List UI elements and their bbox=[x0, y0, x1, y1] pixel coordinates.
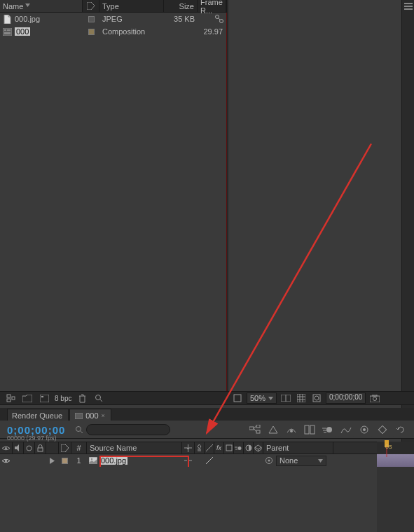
flowchart-icon[interactable] bbox=[4, 393, 17, 404]
layers-empty-area[interactable] bbox=[0, 467, 377, 532]
col-parent[interactable]: Parent bbox=[263, 442, 333, 453]
interpret-footage-icon[interactable] bbox=[214, 14, 224, 25]
svg-line-61 bbox=[206, 457, 213, 464]
search-icon[interactable] bbox=[92, 393, 105, 404]
item-type: JPEG bbox=[99, 13, 164, 25]
svg-point-8 bbox=[220, 20, 223, 23]
col-type[interactable]: Type bbox=[99, 0, 164, 12]
close-icon[interactable]: × bbox=[102, 412, 105, 419]
col-name[interactable]: Name bbox=[0, 0, 83, 12]
timeline-empty-area[interactable] bbox=[377, 467, 414, 532]
parent-value: None bbox=[280, 456, 298, 465]
col-frameblend[interactable] bbox=[224, 442, 234, 453]
snapshot-icon[interactable] bbox=[368, 393, 381, 404]
tab-comp-000[interactable]: 000 × bbox=[69, 409, 111, 421]
layer-search-input[interactable] bbox=[86, 424, 170, 435]
col-lock[interactable] bbox=[35, 442, 46, 453]
col-adjustment[interactable] bbox=[244, 442, 254, 453]
col-solo[interactable] bbox=[24, 442, 35, 453]
file-icon bbox=[3, 15, 12, 24]
preview-timecode[interactable]: 0;00;00;00 bbox=[326, 393, 366, 404]
chevron-down-icon bbox=[318, 459, 323, 463]
col-number[interactable]: # bbox=[71, 442, 87, 453]
item-size bbox=[164, 25, 198, 38]
parent-select[interactable]: None bbox=[276, 456, 326, 466]
collapse-icon[interactable] bbox=[184, 457, 192, 465]
col-source-label: Source Name bbox=[90, 444, 137, 452]
item-type: Composition bbox=[99, 25, 164, 38]
label-swatch[interactable] bbox=[88, 16, 95, 22]
motion-blur-icon[interactable] bbox=[320, 423, 336, 437]
svg-rect-40 bbox=[310, 425, 315, 434]
item-name: 000 bbox=[15, 27, 30, 36]
label-swatch[interactable] bbox=[88, 29, 95, 35]
live-update-icon[interactable] bbox=[393, 423, 408, 437]
tab-render-queue[interactable]: Render Queue bbox=[7, 409, 69, 421]
mask-toggle-icon[interactable] bbox=[310, 393, 323, 404]
grid-icon[interactable] bbox=[295, 393, 308, 404]
svg-line-66 bbox=[207, 144, 371, 433]
item-size: 35 KB bbox=[164, 13, 198, 25]
svg-rect-0 bbox=[404, 3, 413, 4]
label-swatch[interactable] bbox=[62, 458, 68, 464]
col-name-label: Name bbox=[3, 2, 23, 11]
new-comp-icon[interactable] bbox=[38, 393, 50, 404]
twirl-icon[interactable] bbox=[50, 458, 55, 464]
pickwhip-icon[interactable] bbox=[265, 456, 273, 465]
trash-icon[interactable] bbox=[76, 393, 88, 404]
svg-point-49 bbox=[27, 446, 32, 451]
col-framerate[interactable]: Frame R... bbox=[198, 0, 226, 12]
col-audio[interactable] bbox=[13, 442, 24, 453]
layer-name[interactable]: 000.jpg bbox=[99, 456, 127, 465]
col-switches1[interactable] bbox=[182, 442, 195, 453]
folder-icon[interactable] bbox=[21, 393, 34, 404]
svg-point-31 bbox=[76, 426, 81, 431]
resolution-icon[interactable] bbox=[280, 393, 292, 404]
svg-point-7 bbox=[216, 15, 219, 19]
shy-icon[interactable] bbox=[284, 423, 299, 437]
lock-icon bbox=[37, 444, 43, 452]
panel-menu-icon[interactable] bbox=[403, 1, 414, 11]
project-item[interactable]: 000.jpg JPEG 35 KB bbox=[0, 13, 226, 25]
col-fx[interactable]: fx bbox=[214, 442, 224, 453]
svg-line-36 bbox=[254, 426, 256, 428]
col-switches2[interactable] bbox=[195, 442, 205, 453]
col-source-name[interactable]: Source Name bbox=[87, 442, 182, 453]
svg-point-28 bbox=[373, 397, 377, 400]
svg-rect-39 bbox=[305, 425, 309, 434]
zoom-select[interactable]: 50% bbox=[247, 393, 277, 404]
always-preview-icon[interactable] bbox=[231, 393, 244, 404]
col-label[interactable] bbox=[83, 0, 99, 12]
comp-mini-flow-icon[interactable] bbox=[247, 423, 263, 437]
svg-point-51 bbox=[187, 447, 189, 449]
bpc-label[interactable]: 8 bpc bbox=[55, 395, 71, 402]
layer-row[interactable]: 1 000.jpg None bbox=[0, 454, 414, 467]
col-motionblur[interactable] bbox=[234, 442, 244, 453]
col-label[interactable] bbox=[59, 442, 71, 453]
col-parent-label: Parent bbox=[266, 444, 289, 452]
svg-rect-5 bbox=[7, 29, 11, 31]
svg-point-26 bbox=[315, 396, 319, 400]
draft3d-icon[interactable] bbox=[265, 423, 281, 437]
frame-blend-icon[interactable] bbox=[302, 423, 317, 437]
comp-icon bbox=[3, 27, 12, 36]
quality-icon[interactable] bbox=[206, 457, 213, 464]
svg-point-48 bbox=[5, 447, 7, 449]
col-type-label: Type bbox=[102, 2, 119, 11]
brainstorm-icon[interactable] bbox=[357, 423, 372, 437]
col-visibility[interactable] bbox=[0, 442, 13, 453]
col-size[interactable]: Size bbox=[164, 0, 198, 12]
col-3d[interactable] bbox=[254, 442, 263, 453]
comp-icon bbox=[74, 411, 83, 421]
svg-point-41 bbox=[326, 427, 332, 432]
svg-rect-53 bbox=[226, 445, 232, 451]
col-quality[interactable] bbox=[205, 442, 214, 453]
auto-keyframe-icon[interactable] bbox=[375, 423, 390, 437]
frame-count-label[interactable]: 00000 (29.97 fps) bbox=[7, 435, 57, 442]
tag-icon bbox=[87, 2, 95, 10]
graph-editor-icon[interactable] bbox=[338, 423, 354, 437]
svg-point-54 bbox=[238, 446, 242, 450]
svg-rect-14 bbox=[41, 396, 43, 397]
eye-icon[interactable] bbox=[1, 458, 11, 464]
project-item[interactable]: 000 Composition 29.97 bbox=[0, 25, 226, 38]
